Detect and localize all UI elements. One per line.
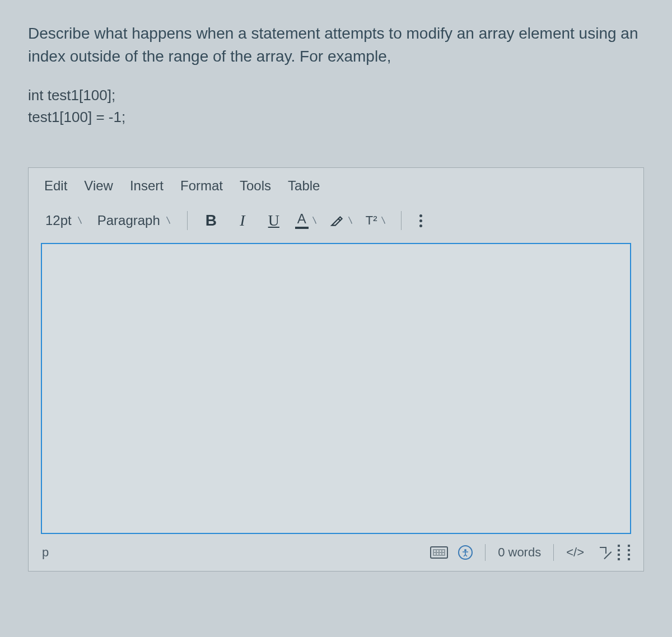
menu-edit[interactable]: Edit [44,178,67,194]
superscript-button[interactable]: T² 〵 [363,213,390,228]
highlight-color-button[interactable]: 〵 [328,213,357,228]
block-format-select[interactable]: Paragraph 〵 [94,210,176,231]
kebab-icon [419,219,422,222]
chevron-down-icon: 〵 [76,216,84,225]
underline-button[interactable]: U [262,209,286,232]
rich-text-editor: Edit View Insert Format Tools Table 12pt… [28,167,644,572]
keyboard-button[interactable] [430,546,448,559]
html-view-button[interactable]: </> [566,545,584,560]
font-size-label: 12pt [45,213,72,228]
text-color-button[interactable]: A 〵 [293,212,321,229]
text-color-icon: A [295,212,309,229]
block-format-label: Paragraph [97,213,160,228]
code-example: int test1[100]; test1[100] = -1; [28,85,644,128]
italic-button[interactable]: I [230,209,255,232]
toolbar-separator [401,211,402,230]
status-separator [485,544,486,561]
bold-button[interactable]: B [199,209,223,232]
accessibility-icon [458,545,473,560]
menu-view[interactable]: View [84,178,113,194]
font-size-select[interactable]: 12pt 〵 [42,210,87,231]
chevron-down-icon: 〵 [347,216,354,225]
menu-insert[interactable]: Insert [130,178,164,194]
question-prompt: Describe what happens when a statement a… [28,22,644,68]
toolbar-separator [187,211,188,230]
chevron-down-icon: 〵 [311,216,319,225]
accessibility-button[interactable] [458,545,473,560]
kebab-icon [419,224,422,227]
resize-handle[interactable] [618,545,630,560]
keyboard-icon [430,546,448,559]
editor-toolbar: 12pt 〵 Paragraph 〵 B I U A 〵 〵 [29,202,643,243]
chevron-down-icon: 〵 [380,216,388,225]
menu-tools[interactable]: Tools [240,178,271,194]
code-line-2: test1[100] = -1; [28,106,644,128]
answer-textarea[interactable] [41,243,631,534]
menu-table[interactable]: Table [288,178,320,194]
editor-statusbar: p 0 words </> [29,534,643,571]
expand-icon [594,546,608,559]
menu-format[interactable]: Format [180,178,223,194]
superscript-icon: T² [366,213,377,228]
word-count: 0 words [498,545,541,560]
editor-menubar: Edit View Insert Format Tools Table [29,168,643,202]
fullscreen-button[interactable] [594,546,608,559]
highlighter-icon [330,213,344,228]
more-options-button[interactable] [413,209,430,232]
status-separator [553,544,554,561]
chevron-down-icon: 〵 [165,216,172,225]
code-line-1: int test1[100]; [28,85,644,106]
svg-point-0 [464,549,466,551]
kebab-icon [419,214,422,217]
element-path[interactable]: p [42,545,49,559]
